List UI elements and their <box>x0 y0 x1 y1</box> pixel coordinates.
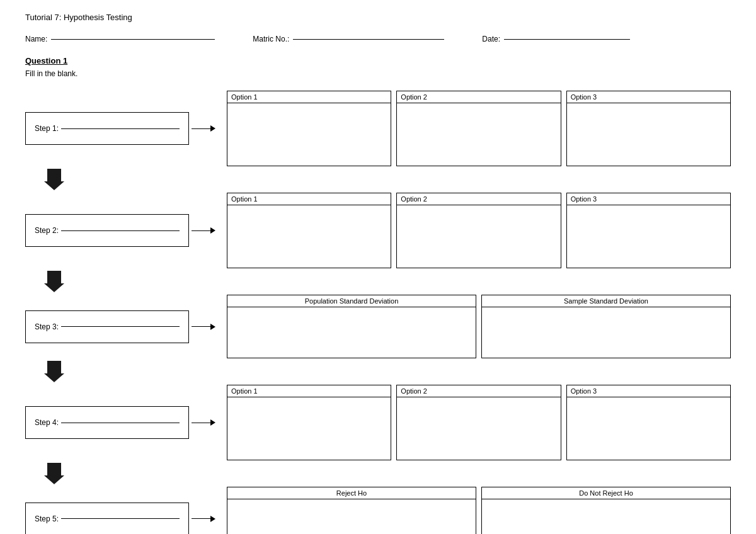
step2-row: Step 2: Option 1 Option 2 <box>25 193 731 268</box>
down-arrow-head-3 <box>44 373 64 382</box>
down-arrow-body-3 <box>47 361 61 373</box>
arrow-down-2 <box>25 268 220 295</box>
step2-option1-label: Option 1 <box>227 193 391 205</box>
matric-line[interactable] <box>293 39 444 40</box>
step5-arrow-right <box>192 516 215 522</box>
step4-left: Step 4: <box>25 385 220 460</box>
step1-option1-content <box>227 103 391 160</box>
down-arrow-head-2 <box>44 283 64 292</box>
step5-row: Step 5: Reject Ho Do Not Reject Ho <box>25 487 731 534</box>
step5-reject-ho-box: Reject Ho <box>227 487 476 534</box>
step2-option1-content <box>227 205 391 262</box>
down-arrow-shape-2 <box>44 271 64 292</box>
step3-pop-std-box: Population Standard Deviation <box>227 295 476 358</box>
step1-option3-content <box>567 103 730 160</box>
page-title: Tutorial 7: Hypothesis Testing <box>25 13 731 22</box>
date-field: Date: <box>482 35 630 43</box>
name-field: Name: <box>25 35 215 43</box>
arrow-head-3 <box>210 324 215 330</box>
step3-deviation-row: Population Standard Deviation Sample Sta… <box>227 295 731 358</box>
step1-option1-label: Option 1 <box>227 91 391 103</box>
step2-option2-content <box>397 205 560 262</box>
step2-underline <box>61 230 180 231</box>
arrow-line-4 <box>192 423 210 423</box>
step1-option2-box: Option 2 <box>396 91 561 166</box>
down-arrow-head-1 <box>44 181 64 190</box>
step4-option2-box: Option 2 <box>396 385 561 460</box>
arrow-line-5 <box>192 518 210 519</box>
matric-field: Matric No.: <box>253 35 444 43</box>
step2-label: Step 2: <box>35 226 59 235</box>
step5-container: Step 5: <box>25 503 220 535</box>
down-arrow-shape-4 <box>44 463 64 484</box>
step3-sample-std-label: Sample Standard Deviation <box>482 295 730 307</box>
down-arrow-shape-1 <box>44 169 64 190</box>
step5-do-not-reject-ho-label: Do Not Reject Ho <box>482 487 730 499</box>
down-arrow-body-4 <box>47 463 61 475</box>
down-arrow-shape-3 <box>44 361 64 382</box>
step1-left: Step 1: <box>25 91 220 166</box>
step3-row: Step 3: Population Standard Deviation Sa… <box>25 295 731 358</box>
arrow-down-4 <box>25 460 220 487</box>
step4-option2-content <box>397 397 560 454</box>
arrow-down-3 <box>25 358 220 385</box>
step3-underline <box>61 326 180 327</box>
step1-option2-content <box>397 103 560 160</box>
step4-option1-content <box>227 397 391 454</box>
arrow-down-1 <box>25 166 220 193</box>
step1-option3-box: Option 3 <box>566 91 731 166</box>
step5-box[interactable]: Step 5: <box>25 503 189 535</box>
step1-box[interactable]: Step 1: <box>25 112 189 145</box>
step3-pop-std-label: Population Standard Deviation <box>227 295 476 307</box>
step4-option1-box: Option 1 <box>227 385 391 460</box>
step4-options-row: Option 1 Option 2 Option 3 <box>227 385 731 460</box>
down-arrow-body-2 <box>47 271 61 283</box>
step5-reject-ho-content <box>227 499 476 534</box>
step3-left: Step 3: <box>25 295 220 358</box>
step2-options: Option 1 Option 2 Option 3 <box>220 193 731 268</box>
step1-option1-box: Option 1 <box>227 91 391 166</box>
header-row: Name: Matric No.: Date: <box>25 35 731 43</box>
step2-left: Step 2: <box>25 193 220 268</box>
step1-option3-label: Option 3 <box>567 91 730 103</box>
arrow-head <box>210 125 215 132</box>
step3-label: Step 3: <box>35 322 59 331</box>
step2-box[interactable]: Step 2: <box>25 214 189 247</box>
step5-do-not-reject-ho-box: Do Not Reject Ho <box>481 487 731 534</box>
step5-reject-ho-label: Reject Ho <box>227 487 476 499</box>
name-label: Name: <box>25 35 47 43</box>
step1-row: Step 1: Option 1 Option 2 <box>25 91 731 166</box>
step2-option3-label: Option 3 <box>567 193 730 205</box>
step3-pop-std-content <box>227 307 476 358</box>
step3-arrow-right <box>192 324 215 330</box>
step1-underline <box>61 128 180 129</box>
step5-label: Step 5: <box>35 514 59 523</box>
arrow-head-2 <box>210 227 215 234</box>
step2-options-row: Option 1 Option 2 Option 3 <box>227 193 731 268</box>
step3-sample-std-content <box>482 307 730 358</box>
fill-blank-instruction: Fill in the blank. <box>25 69 731 78</box>
down-arrow-head-4 <box>44 475 64 484</box>
page: Tutorial 7: Hypothesis Testing Name: Mat… <box>0 0 756 534</box>
step1-options-row: Option 1 Option 2 Option 3 <box>227 91 731 166</box>
date-line[interactable] <box>504 39 630 40</box>
step2-option1-box: Option 1 <box>227 193 391 268</box>
step3-box[interactable]: Step 3: <box>25 310 189 343</box>
step4-container: Step 4: <box>25 406 220 439</box>
step4-box[interactable]: Step 4: <box>25 406 189 439</box>
step4-underline <box>61 423 180 423</box>
step5-underline <box>61 518 180 519</box>
arrow-line <box>192 128 210 129</box>
step4-option3-content <box>567 397 730 454</box>
step1-label: Step 1: <box>35 124 59 133</box>
step4-row: Step 4: Option 1 Option 2 <box>25 385 731 460</box>
name-line[interactable] <box>51 39 215 40</box>
step2-option3-content <box>567 205 730 262</box>
step3-container: Step 3: <box>25 310 220 343</box>
matric-label: Matric No.: <box>253 35 289 43</box>
step3-sample-std-box: Sample Standard Deviation <box>481 295 731 358</box>
step1-arrow-right <box>192 125 215 132</box>
step4-label: Step 4: <box>35 418 59 427</box>
down-arrow-body-1 <box>47 169 61 181</box>
step4-options: Option 1 Option 2 Option 3 <box>220 385 731 460</box>
